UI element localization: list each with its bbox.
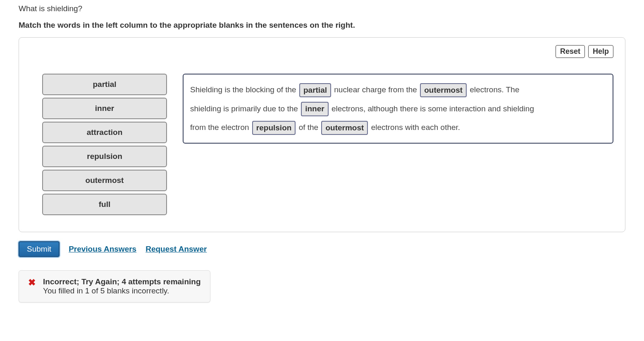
sentence-seg: nuclear charge from the (334, 85, 419, 94)
sentence-seg: from the electron (190, 123, 251, 132)
help-button[interactable]: Help (588, 45, 613, 58)
sentence-seg: of the (299, 123, 321, 132)
word-chip-outermost[interactable]: outermost (42, 170, 167, 191)
action-row: Submit Previous Answers Request Answer (19, 241, 625, 257)
blank-3[interactable]: inner (301, 102, 328, 116)
sentence-seg: shielding is primarily due to the (190, 104, 300, 113)
word-chip-repulsion[interactable]: repulsion (42, 146, 167, 167)
feedback-sub: You filled in 1 of 5 blanks incorrectly. (43, 286, 201, 295)
previous-answers-link[interactable]: Previous Answers (69, 245, 136, 254)
content-row: partial inner attraction repulsion outer… (31, 74, 613, 215)
blank-1[interactable]: partial (299, 83, 331, 98)
sentence-seg: Shielding is the blocking of the (190, 85, 298, 94)
toolbar: Reset Help (31, 45, 613, 58)
sentence-seg: electrons with each other. (371, 123, 460, 132)
request-answer-link[interactable]: Request Answer (145, 245, 207, 254)
reset-button[interactable]: Reset (556, 45, 585, 58)
feedback-box: ✖ Incorrect; Try Again; 4 attempts remai… (19, 270, 210, 303)
word-chip-partial[interactable]: partial (42, 74, 167, 95)
instruction-text: Match the words in the left column to th… (19, 21, 625, 30)
blank-4[interactable]: repulsion (252, 121, 296, 135)
work-area: Reset Help partial inner attraction repu… (19, 37, 625, 232)
sentence-seg: electrons, although there is some intera… (332, 104, 534, 113)
sentence-box: Shielding is the blocking of the partial… (183, 74, 613, 144)
feedback-heading: Incorrect; Try Again; 4 attempts remaini… (43, 277, 201, 286)
question-title: What is shielding? (19, 4, 625, 13)
blank-5[interactable]: outermost (321, 121, 368, 135)
word-chip-attraction[interactable]: attraction (42, 122, 167, 143)
feedback-text: Incorrect; Try Again; 4 attempts remaini… (43, 277, 201, 295)
word-bank: partial inner attraction repulsion outer… (42, 74, 167, 215)
blank-2[interactable]: outermost (420, 83, 467, 98)
word-chip-full[interactable]: full (42, 194, 167, 215)
sentence-seg: electrons. The (470, 85, 519, 94)
submit-button[interactable]: Submit (19, 241, 60, 257)
incorrect-icon: ✖ (28, 278, 36, 287)
word-chip-inner[interactable]: inner (42, 98, 167, 119)
